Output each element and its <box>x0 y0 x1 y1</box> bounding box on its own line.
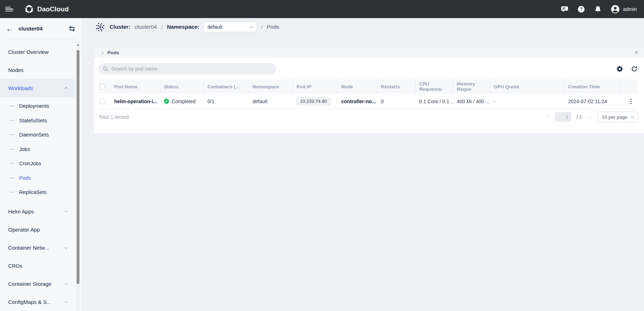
page-size-value: 10 per page <box>602 115 627 120</box>
sidebar-item-label: StatefulSets <box>19 118 47 123</box>
col-header-status[interactable]: Status <box>160 79 204 94</box>
sidebar-item-nodes[interactable]: Nodes <box>0 61 74 79</box>
search-icon <box>103 66 109 72</box>
sidebar-item-label: Operator App <box>8 227 40 233</box>
sidebar-item-daemonsets[interactable]: DaemonSets <box>0 128 74 142</box>
sidebar-item-cronjobs[interactable]: CronJobs <box>0 156 74 171</box>
sidebar-item-operator-app[interactable]: Operator App <box>0 221 74 239</box>
next-page-icon[interactable] <box>587 115 591 119</box>
col-header-namespace[interactable]: Namespace <box>249 79 293 94</box>
sidebar-item-replicasets[interactable]: ReplicaSets <box>0 185 74 200</box>
table-header-row: Pod Name Status Containers (... Namespac… <box>99 79 638 94</box>
col-header-cpu[interactable]: CPU Requests/ <box>416 79 453 94</box>
cell-node[interactable]: controller-no... <box>338 99 377 104</box>
row-checkbox[interactable] <box>99 99 105 104</box>
total-records-label: Total 1 record <box>99 114 129 120</box>
table-footer: Total 1 record 1 / 1 10 per page <box>94 109 644 125</box>
chevron-down-icon <box>250 24 254 28</box>
sidebar-item-label: ConfigMaps & S... <box>8 299 51 305</box>
dash-icon <box>10 106 15 106</box>
row-actions-kebab-icon[interactable]: ⋮ <box>628 98 634 105</box>
scrollbar-thumb[interactable] <box>77 50 79 284</box>
sidebar-item-label: Workloads <box>8 85 33 91</box>
sidebar-item-deployments[interactable]: Deployments <box>0 99 74 113</box>
sidebar-item-label: Nodes <box>8 67 23 73</box>
dash-icon <box>10 134 15 135</box>
namespace-select[interactable]: default <box>204 22 257 32</box>
collapse-chevron-icon[interactable] <box>100 51 104 54</box>
col-header-containers[interactable]: Containers (... <box>204 79 249 94</box>
sidebar-item-jobs[interactable]: Jobs <box>0 142 74 157</box>
page-count-label: / 1 <box>576 114 582 120</box>
brand-name: DaoCloud <box>37 5 69 13</box>
col-header-memory[interactable]: Memory Reque <box>453 79 490 94</box>
sidebar-scrollbar[interactable]: ▲ <box>76 40 80 311</box>
refresh-icon[interactable] <box>631 66 638 72</box>
col-header-restarts[interactable]: Restarts <box>377 79 416 94</box>
page-number-input[interactable]: 1 <box>555 112 571 122</box>
sidebar-item-label: DaemonSets <box>19 132 49 138</box>
pods-section-bar: Pods ✕ <box>94 47 644 58</box>
breadcrumb: Cluster: cluster04 / Namespace: default … <box>95 21 279 33</box>
sidebar-item-label: Helm Apps <box>8 209 34 215</box>
sidebar-item-workloads[interactable]: Workloads <box>0 79 74 97</box>
col-header-creation-time[interactable]: Creation Time <box>565 79 621 94</box>
message-icon[interactable] <box>561 5 568 13</box>
user-menu[interactable]: admin <box>611 5 637 14</box>
sidebar-item-container-storage[interactable]: Container Storage <box>0 275 74 293</box>
brand-logo[interactable]: DaoCloud <box>24 4 69 15</box>
sidebar-item-pods[interactable]: Pods <box>0 171 74 185</box>
sidebar-item-statefulsets[interactable]: StatefulSets <box>0 113 74 128</box>
breadcrumb-page: Pods <box>267 24 279 30</box>
sidebar-item-label: Cluster Overview <box>8 49 49 55</box>
sidebar-item-container-network[interactable]: Container Netw... <box>0 239 74 257</box>
pagination: 1 / 1 10 per page <box>546 112 638 122</box>
sidebar-item-label: Deployments <box>19 103 49 109</box>
table-row[interactable]: helm-operation-i... ✓Completed 0/1 defau… <box>99 94 638 109</box>
section-title: Pods <box>107 50 119 55</box>
col-header-pod-name[interactable]: Pod Name <box>111 79 160 94</box>
breadcrumb-separator: / <box>261 24 262 30</box>
sidebar-item-label: CRDs <box>8 263 22 269</box>
search-input[interactable] <box>111 66 272 72</box>
chevron-down-icon <box>65 209 68 212</box>
settings-gear-icon[interactable] <box>616 66 623 72</box>
close-icon[interactable]: ✕ <box>634 50 638 55</box>
cell-pod-ip: 10.233.74.80 <box>293 97 338 105</box>
col-header-gpu-quota[interactable]: GPU Quota <box>490 79 565 94</box>
chevron-down-icon <box>65 299 68 303</box>
switch-cluster-icon[interactable] <box>68 25 76 32</box>
pod-ip-chip[interactable]: 10.233.74.80 <box>296 97 331 105</box>
breadcrumb-separator: / <box>161 24 162 30</box>
username-label: admin <box>623 6 637 12</box>
cluster-sidebar: ← cluster04 Cluster Overview Nodes Workl… <box>0 18 82 311</box>
namespace-selected-value: default <box>207 24 222 30</box>
back-arrow-icon[interactable]: ← <box>6 25 13 32</box>
dash-icon <box>10 120 15 121</box>
cell-gpu-quota: - <box>490 99 565 104</box>
col-header-pod-ip[interactable]: Pod IP <box>293 79 338 94</box>
sidebar-item-crds[interactable]: CRDs <box>0 257 74 275</box>
top-bar: DaoCloud ? admin <box>0 0 644 18</box>
cluster-dots-icon <box>95 22 105 32</box>
scrollbar-up-arrow-icon[interactable]: ▲ <box>76 40 80 49</box>
sidebar-item-helm-apps[interactable]: Helm Apps <box>0 202 74 221</box>
cell-namespace: default <box>249 99 293 104</box>
notification-bell-icon[interactable] <box>594 5 602 13</box>
cluster-label: Cluster: <box>110 24 131 30</box>
sidebar-item-configmaps-secrets[interactable]: ConfigMaps & S... <box>0 293 74 311</box>
dash-icon <box>10 163 15 164</box>
prev-page-icon[interactable] <box>546 115 550 119</box>
sidebar-cluster-name: cluster04 <box>18 26 43 32</box>
col-header-node[interactable]: Node <box>338 79 377 94</box>
select-all-checkbox[interactable] <box>99 84 105 89</box>
hamburger-menu-icon[interactable] <box>5 6 14 13</box>
help-icon[interactable]: ? <box>577 5 585 13</box>
cell-pod-name[interactable]: helm-operation-i... <box>111 99 160 104</box>
page-size-select[interactable]: 10 per page <box>598 112 638 122</box>
cell-status: ✓Completed <box>160 99 204 104</box>
search-box[interactable] <box>99 63 276 74</box>
sidebar-item-label: CronJobs <box>19 161 41 166</box>
cluster-value[interactable]: cluster04 <box>135 24 157 30</box>
sidebar-item-cluster-overview[interactable]: Cluster Overview <box>0 43 74 61</box>
